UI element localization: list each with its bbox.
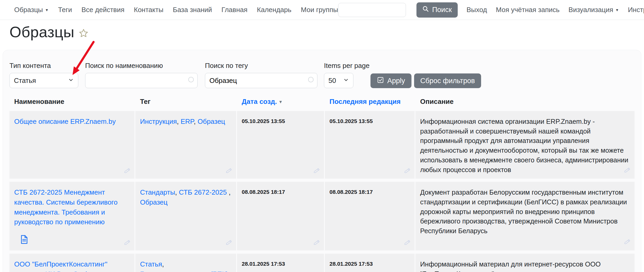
- edit-pencil-icon[interactable]: [624, 167, 631, 176]
- tag-separator: ,: [177, 118, 181, 125]
- edit-pencil-icon[interactable]: [124, 167, 131, 176]
- nav-item-label: Моя учётная запись: [496, 6, 559, 14]
- apply-button-label: Apply: [387, 77, 405, 85]
- column-header-label: Дата созд.: [242, 98, 277, 105]
- items-per-page-select[interactable]: 50: [324, 73, 353, 88]
- nav-item-label: Инструкции пользователя: [628, 6, 644, 14]
- nav-item-label: Календарь: [257, 6, 291, 14]
- nav-item-label: Контакты: [134, 6, 163, 14]
- nav-item-tags[interactable]: Теги: [58, 6, 72, 14]
- edited-date-cell: 28.01.2025 17:53: [325, 254, 415, 272]
- tag-link[interactable]: Статья: [140, 260, 162, 268]
- reset-filters-button[interactable]: Сброс фильтров: [414, 73, 481, 88]
- tag-search-field-wrap: [205, 73, 317, 88]
- search-button-label: Поиск: [432, 6, 452, 14]
- search-button[interactable]: Поиск: [416, 2, 458, 18]
- tag-search-input[interactable]: [209, 73, 313, 88]
- description-text: Информационная система организации ERP.Z…: [420, 118, 628, 173]
- edit-pencil-icon[interactable]: [404, 239, 411, 248]
- description-cell: Информационный материал для интернет-рес…: [415, 254, 635, 272]
- column-header[interactable]: Последняя редакция: [325, 95, 415, 108]
- tag-link[interactable]: СТБ 2672-2025: [179, 188, 229, 196]
- row-title-link[interactable]: СТБ 2672-2025 Менеджмент качества. Систе…: [14, 188, 117, 226]
- column-header-label: Последняя редакция: [329, 98, 401, 105]
- favorite-star-icon[interactable]: [79, 28, 89, 39]
- clear-circle-icon[interactable]: [308, 77, 314, 85]
- nav-item-all-actions[interactable]: Все действия: [81, 6, 125, 14]
- nav-item-my-groups[interactable]: Мои группы: [301, 6, 338, 14]
- created-date-cell: 05.10.2025 13:55: [237, 111, 324, 179]
- tag-separator: ,: [228, 270, 230, 272]
- nav-item-calendar[interactable]: Календарь: [257, 6, 291, 14]
- reset-filters-label: Сброс фильтров: [420, 77, 475, 85]
- created-date: 08.08.2025 18:17: [242, 188, 285, 195]
- content-type-label: Тип контента: [9, 62, 78, 70]
- edit-pencil-icon[interactable]: [404, 167, 411, 176]
- nav-item-knowledge-base[interactable]: База знаний: [173, 6, 212, 14]
- tag-link[interactable]: Образец: [140, 198, 168, 206]
- edit-pencil-icon[interactable]: [225, 167, 233, 176]
- name-search-label: Поиск по наименованию: [85, 62, 198, 70]
- clear-circle-icon[interactable]: [188, 77, 194, 85]
- nav-item-label: Выход: [467, 6, 487, 14]
- chevron-down-icon: [68, 77, 74, 85]
- tag-separator: ,: [175, 188, 179, 196]
- nav-item-contacts[interactable]: Контакты: [134, 6, 163, 14]
- created-date-cell: 08.08.2025 18:17: [237, 182, 324, 250]
- tag-separator: ,: [194, 118, 198, 125]
- column-header-label: Описание: [420, 98, 454, 105]
- row-title-link[interactable]: Общее описание ERP.Znaem.by: [14, 118, 116, 125]
- table-header-row: НаименованиеТегДата созд.▼Последняя реда…: [9, 95, 635, 110]
- edit-pencil-icon[interactable]: [225, 239, 233, 248]
- sort-desc-icon: ▼: [279, 100, 283, 104]
- caret-down-icon: ▼: [45, 8, 49, 12]
- tag-link[interactable]: Образец: [198, 118, 225, 125]
- content-type-select[interactable]: Статья: [9, 73, 78, 88]
- tags-cell: Инструкция, ERP, Образец: [135, 111, 236, 179]
- tag-link[interactable]: ERP: [181, 118, 194, 125]
- content-type-value: Статья: [14, 77, 36, 85]
- created-date: 28.01.2025 17:53: [242, 260, 285, 267]
- tag-search-label: Поиск по тегу: [205, 62, 317, 70]
- edit-pencil-icon[interactable]: [124, 239, 131, 248]
- tag-link[interactable]: Инструкция: [140, 118, 177, 125]
- nav-item-user-instructions[interactable]: Инструкции пользователя: [628, 6, 644, 14]
- app-root: Образцы▼ТегиВсе действияКонтактыБаза зна…: [0, 0, 644, 272]
- row-title-link[interactable]: ООО "БелПроектКонсалтинг" внедряет ИИ De…: [14, 260, 107, 272]
- filter-bar: Тип контента Статья Поиск по наименовани…: [3, 50, 641, 95]
- edit-pencil-icon[interactable]: [313, 167, 320, 176]
- items-per-page-value: 50: [328, 77, 336, 85]
- nav-item-visualization[interactable]: Визуализация▼: [569, 6, 619, 14]
- page-title: Образцы: [9, 23, 74, 41]
- table-row: Общее описание ERP.Znaem.byИнструкция, E…: [9, 111, 635, 179]
- nav-item-label: Визуализация: [569, 6, 613, 14]
- nav-item-label: Образцы: [14, 6, 43, 14]
- checkbox-checked-icon: [377, 76, 384, 86]
- tag-separator: ,: [162, 260, 164, 268]
- created-date-cell: 28.01.2025 17:53: [237, 254, 324, 272]
- edited-date-cell: 05.10.2025 13:55: [325, 111, 415, 179]
- search-input[interactable]: [338, 3, 406, 17]
- nav-item-home[interactable]: Главная: [221, 6, 248, 14]
- tag-link[interactable]: Белпроектконсалтинг (БПК): [140, 270, 228, 272]
- column-header[interactable]: Дата созд.▼: [237, 95, 324, 108]
- nav-item-logout[interactable]: Выход: [467, 6, 487, 14]
- name-search-field-wrap: [85, 73, 198, 88]
- tag-link[interactable]: Стандарты: [140, 188, 175, 196]
- apply-button[interactable]: Apply: [370, 73, 411, 88]
- description-cell: Информационная система организации ERP.Z…: [415, 111, 635, 179]
- items-per-page-label: Items per page: [324, 62, 353, 70]
- edit-pencil-icon[interactable]: [313, 239, 320, 248]
- column-header-label: Тег: [140, 98, 151, 105]
- chevron-down-icon: [343, 77, 349, 85]
- name-search-input[interactable]: [90, 73, 193, 88]
- search-icon: [422, 6, 429, 14]
- nav-item-my-account[interactable]: Моя учётная запись: [496, 6, 559, 14]
- content-panel: Тип контента Статья Поиск по наименовани…: [3, 50, 641, 272]
- column-header-label: Наименование: [14, 98, 64, 105]
- file-text-icon[interactable]: [19, 234, 29, 246]
- edit-pencil-icon[interactable]: [624, 238, 631, 248]
- tags-cell: Статья, Белпроектконсалтинг (БПК), Искус…: [135, 254, 236, 272]
- column-header: Описание: [415, 95, 635, 108]
- nav-item-samples[interactable]: Образцы▼: [14, 6, 49, 14]
